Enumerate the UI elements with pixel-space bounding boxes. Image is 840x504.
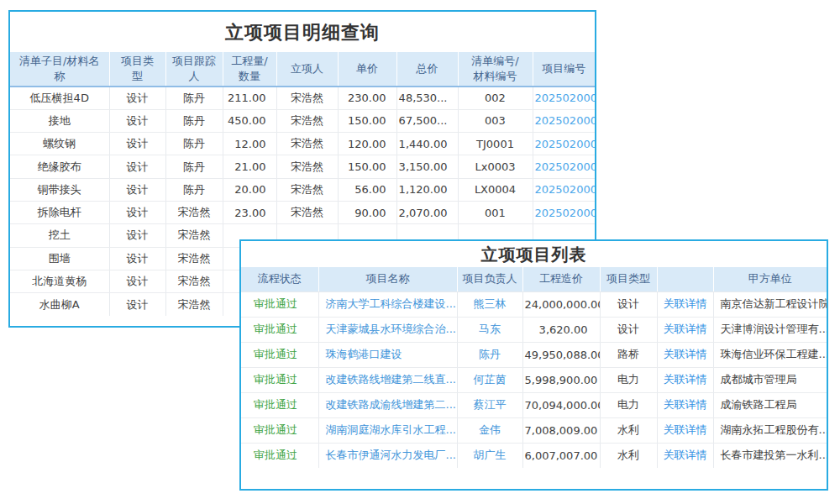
relation-link[interactable]: 关联详情	[664, 423, 707, 436]
cell-total-price: 48,530...	[396, 87, 458, 109]
cell-unit-price: 120.00	[338, 133, 396, 155]
cell-tracker: 宋浩然	[165, 270, 223, 292]
cell-unit-price: 230.00	[338, 87, 396, 109]
cell-initiator: 宋浩然	[276, 109, 338, 132]
cell-project-name: 湖南洞庭湖水库引水工程...	[318, 417, 457, 443]
project-no-link[interactable]: 2025020004	[535, 114, 596, 127]
cell-quantity: 450.00	[223, 109, 276, 132]
cell-project-type: 设计	[600, 317, 657, 342]
cell-unit-price: 56.00	[338, 178, 396, 201]
cell-flow-status: 审批通过	[241, 342, 318, 367]
cell-project-name: 改建铁路成渝线增建第二...	[318, 392, 457, 417]
relation-link[interactable]: 关联详情	[664, 297, 707, 310]
project-owner-link[interactable]: 何芷茵	[474, 373, 507, 386]
project-name-link[interactable]: 改建铁路成渝线增建第二...	[326, 398, 456, 411]
cell-project-type: 设计	[109, 109, 165, 132]
cell-project-type: 设计	[109, 133, 165, 155]
cell-list-no: TJ0001	[458, 133, 533, 155]
cell-initiator: 宋浩然	[276, 178, 338, 201]
project-name-link[interactable]: 珠海鹤港口建设	[326, 348, 402, 360]
relation-link[interactable]: 关联详情	[664, 323, 707, 335]
cell-total-price: 2,070.00	[396, 201, 458, 223]
project-no-link[interactable]: 2025020004	[535, 183, 596, 196]
cell-quantity: 20.00	[223, 178, 276, 201]
column-header-tracker: 项目跟踪 人	[165, 52, 223, 87]
cell-initiator: 宋浩然	[276, 87, 338, 109]
project-name-link[interactable]: 湖南洞庭湖水库引水工程...	[326, 423, 456, 436]
project-owner-link[interactable]: 熊三林	[474, 297, 507, 310]
cell-project-owner: 何芷茵	[457, 367, 522, 392]
relation-link[interactable]: 关联详情	[664, 449, 707, 461]
cell-quantity: 12.00	[223, 133, 276, 155]
detail-panel-title: 立项项目明细查询	[10, 12, 595, 52]
cell-project-name: 珠海鹤港口建设	[318, 342, 457, 367]
cell-client-unit: 长春市建投第一水利...	[713, 443, 827, 468]
relation-link[interactable]: 关联详情	[664, 373, 707, 386]
cell-project-owner: 胡广生	[457, 443, 522, 468]
cell-total-price: 1,440.00	[396, 133, 458, 155]
table-row: 审批通过湖南洞庭湖水库引水工程...金伟7,008,009.00水利关联详情湖南…	[241, 417, 827, 443]
table-row: 审批通过济南大学工科综合楼建设...熊三林24,000,000.00设计关联详情…	[241, 291, 827, 317]
project-name-link[interactable]: 济南大学工科综合楼建设...	[326, 297, 456, 310]
cell-project-name: 济南大学工科综合楼建设...	[318, 291, 457, 317]
cell-project-owner: 金伟	[457, 417, 522, 443]
table-row: 低压横担4D设计陈丹211.00宋浩然230.0048,530...002202…	[10, 87, 595, 109]
cell-list-no: LX0004	[458, 178, 533, 201]
cell-project-no: 2025020003	[533, 201, 595, 223]
cell-relation: 关联详情	[657, 417, 713, 443]
table-row: 螺纹钢设计陈丹12.00宋浩然120.001,440.00TJ000120250…	[10, 133, 595, 155]
project-no-link[interactable]: 2025020004	[535, 92, 596, 104]
column-header-quantity: 工程量/ 数量	[223, 52, 276, 87]
column-header-client-unit: 甲方单位	[713, 267, 827, 291]
project-owner-link[interactable]: 胡广生	[474, 449, 507, 461]
cell-tracker: 陈丹	[165, 133, 223, 155]
table-row: 审批通过改建铁路线增建第二线直...何芷茵5,998,900.00电力关联详情成…	[241, 367, 827, 392]
project-no-link[interactable]: 2025020004	[535, 160, 596, 173]
column-header-unit-price: 单价	[338, 52, 396, 87]
cell-flow-status: 审批通过	[241, 367, 318, 392]
cell-flow-status: 审批通过	[241, 317, 318, 342]
cell-item-name: 铜带接头	[10, 178, 109, 201]
cell-initiator: 宋浩然	[276, 133, 338, 155]
cell-list-no: Lx0003	[458, 155, 533, 178]
cell-project-cost: 49,950,088.00	[522, 342, 600, 367]
project-no-link[interactable]: 2025020004	[535, 138, 596, 150]
project-owner-link[interactable]: 金伟	[479, 423, 501, 436]
cell-project-type: 设计	[109, 293, 165, 316]
cell-project-type: 设计	[600, 291, 657, 317]
cell-project-owner: 蔡江平	[457, 392, 522, 417]
status-badge: 审批通过	[254, 348, 297, 360]
cell-flow-status: 审批通过	[241, 417, 318, 443]
project-list-table: 流程状态项目名称项目负责人工程造价项目类型甲方单位 审批通过济南大学工科综合楼建…	[241, 267, 827, 468]
cell-project-cost: 7,008,009.00	[522, 417, 600, 443]
cell-project-type: 路桥	[600, 342, 657, 367]
cell-tracker: 陈丹	[165, 109, 223, 132]
table-row: 审批通过天津蒙城县水环境综合治...马东3,620.00设计关联详情天津博润设计…	[241, 317, 827, 342]
relation-link[interactable]: 关联详情	[664, 348, 707, 360]
column-header-relation	[657, 267, 713, 291]
cell-project-type: 设计	[109, 178, 165, 201]
project-name-link[interactable]: 长春市伊通河水力发电厂...	[326, 449, 456, 461]
cell-list-no: 001	[458, 201, 533, 223]
project-owner-link[interactable]: 马东	[479, 323, 501, 335]
column-header-item-name: 清单子目/材料名 称	[10, 52, 109, 87]
project-name-link[interactable]: 天津蒙城县水环境综合治...	[326, 323, 456, 335]
project-owner-link[interactable]: 蔡江平	[474, 398, 507, 411]
column-header-list-no: 清单编号/ 材料编号	[458, 52, 533, 87]
cell-item-name: 挖土	[10, 224, 109, 247]
column-header-total-price: 总价	[396, 52, 458, 87]
table-row: 审批通过珠海鹤港口建设陈丹49,950,088.00路桥关联详情珠海信业环保工程…	[241, 342, 827, 367]
project-owner-link[interactable]: 陈丹	[479, 348, 501, 360]
project-name-link[interactable]: 改建铁路线增建第二线直...	[326, 373, 456, 386]
cell-project-type: 水利	[600, 417, 657, 443]
cell-client-unit: 成渝铁路工程局	[713, 392, 827, 417]
cell-project-no: 2025020004	[533, 87, 595, 109]
project-no-link[interactable]: 2025020003	[535, 207, 596, 219]
status-badge: 审批通过	[254, 373, 297, 386]
status-badge: 审批通过	[254, 398, 297, 411]
cell-project-type: 电力	[600, 367, 657, 392]
relation-link[interactable]: 关联详情	[664, 398, 707, 411]
column-header-project-type: 项目类 型	[109, 52, 165, 87]
column-header-project-name: 项目名称	[318, 267, 457, 291]
cell-item-name: 螺纹钢	[10, 133, 109, 155]
